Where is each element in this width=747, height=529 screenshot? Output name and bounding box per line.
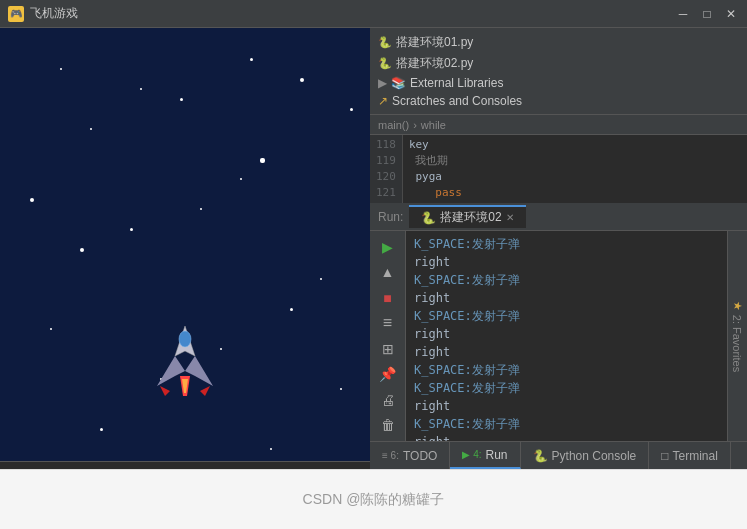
- output-line-0: K_SPACE:发射子弹: [414, 235, 719, 253]
- expand-button[interactable]: ⊞: [374, 337, 402, 361]
- breadcrumb-path: main(): [378, 119, 409, 131]
- star-icon: ★: [731, 300, 744, 310]
- run-tab-icon: 🐍: [421, 211, 436, 225]
- todo-num: ≡ 6:: [382, 450, 399, 461]
- stop-button[interactable]: ■: [374, 286, 402, 310]
- title-text: 飞机游戏: [30, 5, 675, 22]
- code-line-119: 我也期: [409, 153, 741, 169]
- scroll-up-button[interactable]: ▲: [374, 261, 402, 285]
- code-text[interactable]: key 我也期 pyga pass: [403, 135, 747, 203]
- favorites-tab[interactable]: ★ 2: Favorites: [727, 231, 747, 441]
- line-numbers: 118 119 120 121: [370, 135, 403, 203]
- code-line-121: pass: [409, 185, 741, 201]
- pin-button[interactable]: 📌: [374, 363, 402, 387]
- minimize-button[interactable]: ─: [675, 6, 691, 22]
- breadcrumb-separator: ›: [413, 119, 417, 131]
- terminal-icon: □: [661, 449, 668, 463]
- file-item-01[interactable]: 🐍 搭建环境01.py: [370, 32, 747, 53]
- star: [290, 308, 293, 311]
- output-line-5: right: [414, 325, 719, 343]
- scratches-label: Scratches and Consoles: [392, 94, 522, 108]
- title-bar: 🎮 飞机游戏 ─ □ ✕: [0, 0, 747, 28]
- close-button[interactable]: ✕: [723, 6, 739, 22]
- output-line-2: K_SPACE:发射子弹: [414, 271, 719, 289]
- main-content: 🐍 搭建环境01.py 🐍 搭建环境02.py ▶ 📚 External Lib…: [0, 28, 747, 469]
- spaceship: [155, 321, 215, 401]
- run-output[interactable]: K_SPACE:发射子弹 right K_SPACE:发射子弹 right K_…: [406, 231, 727, 441]
- python-console-label: Python Console: [552, 449, 637, 463]
- run-num: ▶ 4:: [462, 449, 481, 460]
- favorites-label: ★ 2: Favorites: [731, 300, 744, 371]
- star: [250, 58, 253, 61]
- run-tab-name: 搭建环境02: [440, 209, 501, 226]
- window-controls: ─ □ ✕: [675, 6, 739, 22]
- output-line-11: right: [414, 433, 719, 441]
- run-tab-close-icon[interactable]: ✕: [506, 212, 514, 223]
- output-line-8: K_SPACE:发射子弹: [414, 379, 719, 397]
- external-libraries-label: External Libraries: [410, 76, 503, 90]
- svg-marker-6: [200, 386, 210, 396]
- watermark-area: CSDN @陈陈的糖罐子: [0, 469, 747, 529]
- right-panel: 🐍 搭建环境01.py 🐍 搭建环境02.py ▶ 📚 External Lib…: [370, 28, 747, 469]
- folder-icon: 📚: [391, 76, 406, 90]
- svg-point-7: [179, 331, 191, 347]
- code-snippet: 118 119 120 121 key 我也期 pyga pass: [370, 135, 747, 203]
- star: [100, 428, 103, 431]
- bottom-tabs: ≡ 6: TODO ▶ 4: Run 🐍 Python Console □ Te…: [370, 441, 747, 469]
- star: [300, 78, 304, 82]
- clear-button[interactable]: 🗑: [374, 414, 402, 438]
- run-toolbar: ▶ ▲ ■ ≡ ⊞ 📌 🖨 🗑: [370, 231, 406, 441]
- scratches-icon: ↗: [378, 94, 388, 108]
- run-output-wrapper: ▶ ▲ ■ ≡ ⊞ 📌 🖨 🗑 K_SPACE:发射子弹 right K_SPA…: [370, 231, 747, 441]
- run-label: Run:: [378, 210, 403, 224]
- file-item-02[interactable]: 🐍 搭建环境02.py: [370, 53, 747, 74]
- python-console-icon: 🐍: [533, 449, 548, 463]
- folder-arrow: ▶: [378, 76, 387, 90]
- code-line-118: key: [409, 137, 741, 153]
- star: [50, 328, 52, 330]
- external-libraries-folder[interactable]: ▶ 📚 External Libraries: [370, 74, 747, 92]
- run-panel: Run: 🐍 搭建环境02 ✕ ▶ ▲ ■ ≡ ⊞ 📌 🖨: [370, 203, 747, 441]
- print-button[interactable]: 🖨: [374, 388, 402, 412]
- file-tree: 🐍 搭建环境01.py 🐍 搭建环境02.py ▶ 📚 External Lib…: [370, 28, 747, 115]
- run-tab-label: Run: [486, 448, 508, 462]
- tab-todo[interactable]: ≡ 6: TODO: [370, 442, 450, 469]
- star: [200, 208, 202, 210]
- star: [340, 388, 342, 390]
- svg-marker-1: [157, 356, 185, 386]
- star: [180, 98, 183, 101]
- game-panel: [0, 28, 370, 469]
- output-line-9: right: [414, 397, 719, 415]
- star: [320, 278, 322, 280]
- star: [80, 248, 84, 252]
- line-num: 120: [376, 169, 396, 185]
- scratches-consoles-folder[interactable]: ↗ Scratches and Consoles: [370, 92, 747, 110]
- python-icon-2: 🐍: [378, 57, 392, 70]
- file-name-01: 搭建环境01.py: [396, 34, 473, 51]
- star: [240, 178, 242, 180]
- output-line-4: K_SPACE:发射子弹: [414, 307, 719, 325]
- python-icon: 🐍: [378, 36, 392, 49]
- star: [220, 348, 222, 350]
- breadcrumb-current: while: [421, 119, 446, 131]
- star: [270, 448, 272, 450]
- breadcrumb: main() › while: [370, 115, 747, 135]
- tab-run[interactable]: ▶ 4: Run: [450, 442, 520, 469]
- star: [260, 158, 265, 163]
- app-icon: 🎮: [8, 6, 24, 22]
- rerun-button[interactable]: ▶: [374, 235, 402, 259]
- star: [140, 88, 142, 90]
- game-bottom-bar: [0, 461, 370, 469]
- run-header: Run: 🐍 搭建环境02 ✕: [370, 203, 747, 231]
- game-canvas: [0, 28, 370, 461]
- tab-terminal[interactable]: □ Terminal: [649, 442, 731, 469]
- star: [350, 108, 353, 111]
- maximize-button[interactable]: □: [699, 6, 715, 22]
- star: [90, 128, 92, 130]
- line-num: 119: [376, 153, 396, 169]
- star: [30, 198, 34, 202]
- watermark-text: CSDN @陈陈的糖罐子: [303, 491, 445, 509]
- output-settings-button[interactable]: ≡: [374, 312, 402, 336]
- tab-python-console[interactable]: 🐍 Python Console: [521, 442, 650, 469]
- run-tab-active[interactable]: 🐍 搭建环境02 ✕: [409, 205, 525, 228]
